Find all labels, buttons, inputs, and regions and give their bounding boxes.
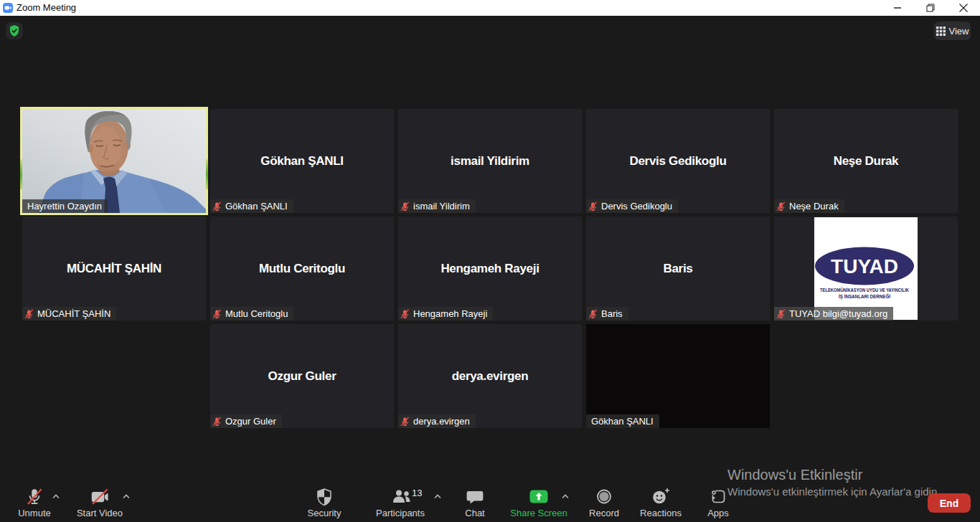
svg-text:13: 13 — [412, 488, 422, 498]
svg-text:TELEKOMÜNİKASYON UYDU VE YAYIN: TELEKOMÜNİKASYON UYDU VE YAYINCILIK — [820, 287, 909, 293]
svg-text:İŞ İNSANLARI DERNEĞİ: İŞ İNSANLARI DERNEĞİ — [839, 293, 890, 300]
svg-text:TUYAD: TUYAD — [831, 255, 898, 277]
